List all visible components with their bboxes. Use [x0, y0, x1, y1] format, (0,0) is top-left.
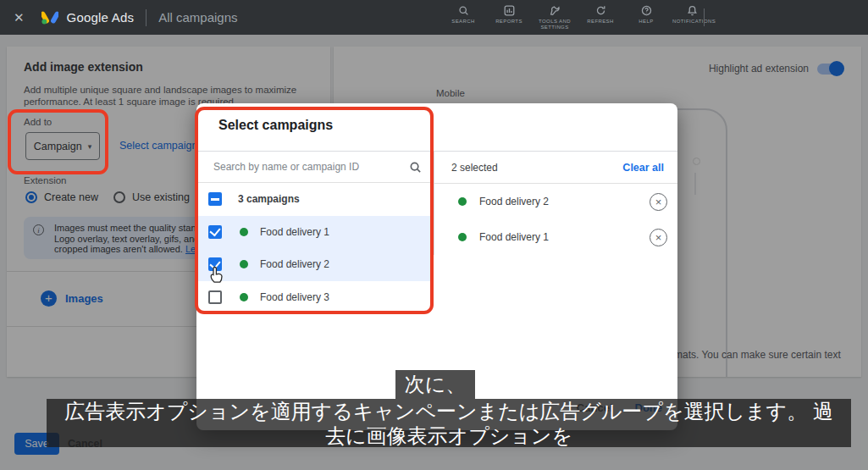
- help-nav-button[interactable]: HELP: [623, 0, 669, 25]
- campaign-search-input[interactable]: [213, 161, 409, 173]
- subtitle-line-2: 広告表示オプションを適用するキャンペーンまたは広告グループを選択します。 過: [47, 400, 851, 424]
- refresh-nav-button[interactable]: REFRESH: [578, 0, 623, 25]
- campaign-row[interactable]: Food delivery 2: [196, 248, 434, 281]
- status-enabled-icon: [458, 197, 467, 206]
- subtitle-line-3: 去に画像表示オプションを: [47, 424, 851, 449]
- top-app-bar: ✕ Google Ads All campaigns SEARCH REPORT…: [0, 0, 868, 35]
- reports-icon: [504, 5, 515, 16]
- close-icon[interactable]: ✕: [14, 10, 25, 25]
- status-enabled-icon: [240, 260, 248, 268]
- modal-title: Select campaigns: [218, 118, 333, 133]
- hand-cursor-icon: [207, 266, 225, 286]
- campaign-name: Food delivery 1: [260, 226, 329, 238]
- tools-settings-nav-button[interactable]: TOOLS AND SETTINGS: [532, 0, 578, 30]
- help-icon: [641, 5, 652, 16]
- status-enabled-icon: [240, 228, 248, 236]
- topbar-nav: SEARCH REPORTS TOOLS AND SETTINGS REFRES…: [440, 0, 715, 35]
- selected-row: Food delivery 1 ×: [434, 219, 677, 255]
- campaign-row[interactable]: Food delivery 3: [196, 281, 434, 314]
- remove-icon[interactable]: ×: [650, 229, 667, 246]
- google-ads-logo: [41, 10, 58, 25]
- campaign-group-label: 3 campaigns: [238, 193, 300, 205]
- selected-column: 2 selected Clear all Food delivery 2 × F…: [434, 152, 677, 255]
- reports-nav-button[interactable]: REPORTS: [486, 0, 532, 25]
- topbar-section-title: All campaigns: [158, 10, 237, 25]
- indeterminate-checkbox[interactable]: [208, 192, 222, 206]
- search-icon: [409, 161, 422, 174]
- campaign-search-row: [196, 152, 434, 183]
- search-icon: [458, 5, 469, 16]
- selected-campaign-name: Food delivery 1: [479, 231, 549, 243]
- status-enabled-icon: [458, 233, 467, 241]
- topbar-divider: [146, 9, 147, 26]
- subtitle-block: 広告表示オプションを適用するキャンペーンまたは広告グループを選択します。 過 去…: [47, 399, 851, 447]
- selected-count: 2 selected: [451, 162, 498, 174]
- status-enabled-icon: [240, 293, 248, 301]
- search-nav-button[interactable]: SEARCH: [440, 0, 486, 25]
- unchecked-checkbox[interactable]: [208, 290, 222, 304]
- campaign-row[interactable]: Food delivery 1: [196, 216, 434, 249]
- selected-header-row: 2 selected Clear all: [434, 152, 677, 184]
- clear-all-link[interactable]: Clear all: [622, 162, 664, 174]
- all-campaigns-row[interactable]: 3 campaigns: [196, 183, 434, 216]
- notifications-icon: [687, 5, 698, 16]
- notifications-nav-button[interactable]: NOTIFICATIONS: [669, 0, 715, 25]
- refresh-icon: [595, 5, 606, 16]
- checked-checkbox[interactable]: [208, 225, 222, 239]
- subtitle-line-1: 次に、: [395, 370, 475, 399]
- tools-icon: [550, 5, 561, 16]
- remove-icon[interactable]: ×: [650, 193, 667, 211]
- brand-title: Google Ads: [67, 10, 135, 25]
- selected-campaign-name: Food delivery 2: [479, 196, 549, 207]
- campaign-list-column: 3 campaigns Food delivery 1 Food deliver…: [196, 152, 434, 313]
- topbar-end-divider: [704, 8, 705, 26]
- campaign-name: Food delivery 3: [260, 291, 329, 303]
- selected-row: Food delivery 2 ×: [434, 184, 677, 219]
- campaign-name: Food delivery 2: [260, 258, 329, 270]
